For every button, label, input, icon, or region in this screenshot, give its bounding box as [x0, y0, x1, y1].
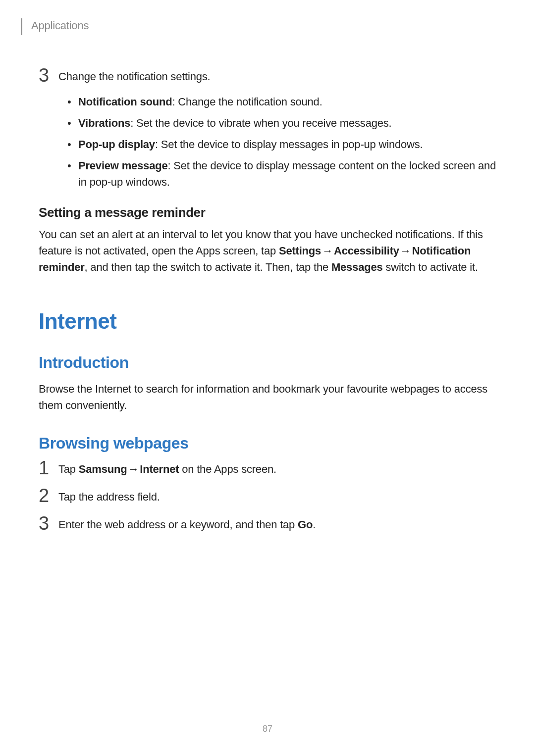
text-run: .	[313, 518, 316, 531]
list-item: Pop-up display: Set the device to displa…	[64, 136, 496, 152]
arrow-icon: →	[321, 243, 334, 259]
step-3b: 3 Enter the web address or a keyword, an…	[39, 517, 496, 533]
breadcrumb-bar-icon	[21, 18, 22, 35]
text-run: , and then tap the switch to activate it…	[85, 261, 331, 273]
heading-introduction: Introduction	[39, 353, 496, 372]
bold-messages: Messages	[331, 261, 383, 273]
option-desc: : Change the notification sound.	[172, 96, 322, 108]
option-label: Vibrations	[78, 117, 130, 129]
step-text: Tap the address field.	[58, 489, 160, 505]
text-run: Enter the web address or a keyword, and …	[58, 518, 298, 531]
document-page: Applications 3 Change the notification s…	[0, 0, 535, 533]
browsing-steps: 1 Tap Samsung → Internet on the Apps scr…	[39, 461, 496, 533]
intro-paragraph: Browse the Internet to search for inform…	[39, 381, 496, 413]
step-3: 3 Change the notification settings.	[39, 69, 496, 85]
list-item: Vibrations: Set the device to vibrate wh…	[64, 115, 496, 131]
bold-internet: Internet	[140, 463, 179, 475]
breadcrumb: Applications	[21, 17, 496, 34]
step-text: Change the notification settings.	[58, 69, 211, 85]
breadcrumb-text: Applications	[31, 19, 89, 32]
arrow-icon: →	[399, 243, 412, 259]
step-2: 2 Tap the address field.	[39, 489, 496, 505]
text-run: switch to activate it.	[383, 261, 478, 273]
option-label: Pop-up display	[78, 138, 155, 151]
step-text: Tap Samsung → Internet on the Apps scree…	[58, 461, 276, 477]
option-label: Notification sound	[78, 96, 172, 108]
bold-samsung: Samsung	[79, 463, 127, 475]
text-run: Tap	[58, 463, 79, 475]
page-number: 87	[0, 724, 535, 734]
step-number: 3	[39, 514, 58, 533]
option-desc: : Set the device to display messages in …	[155, 138, 423, 151]
reminder-paragraph: You can set an alert at an interval to l…	[39, 226, 496, 275]
heading-browsing: Browsing webpages	[39, 434, 496, 453]
option-label: Preview message	[78, 159, 167, 172]
step-number: 3	[39, 66, 58, 85]
step-number: 1	[39, 458, 58, 477]
notification-settings-list: Notification sound: Change the notificat…	[64, 94, 496, 190]
arrow-icon: →	[127, 461, 140, 477]
bold-accessibility: Accessibility	[334, 245, 399, 257]
bold-go: Go	[298, 518, 313, 531]
list-item: Notification sound: Change the notificat…	[64, 94, 496, 110]
subheading-reminder: Setting a message reminder	[39, 205, 496, 220]
list-item: Preview message: Set the device to displ…	[64, 157, 496, 190]
option-desc: : Set the device to vibrate when you rec…	[130, 117, 391, 129]
step-number: 2	[39, 486, 58, 505]
step-1: 1 Tap Samsung → Internet on the Apps scr…	[39, 461, 496, 477]
bold-settings: Settings	[279, 245, 321, 257]
step-text: Enter the web address or a keyword, and …	[58, 517, 316, 533]
text-run: on the Apps screen.	[179, 463, 276, 475]
heading-internet: Internet	[39, 309, 496, 334]
